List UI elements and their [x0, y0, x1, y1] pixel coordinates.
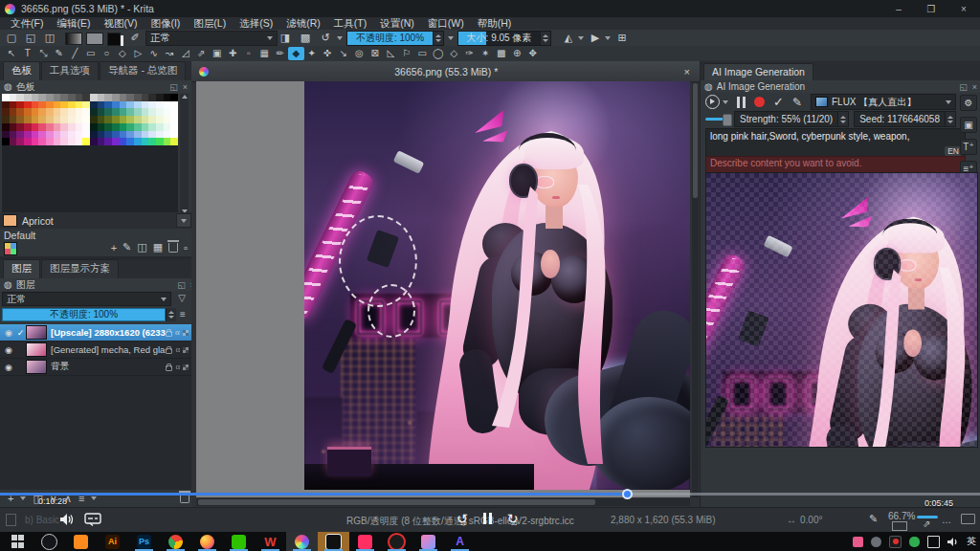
swatch-6-13[interactable]	[98, 138, 105, 145]
taskbar-app-photo-app[interactable]	[412, 532, 444, 551]
taskbar-app-krita[interactable]	[286, 532, 318, 551]
tool-26[interactable]: ▭	[414, 47, 431, 60]
menu-item-10[interactable]: 帮助(H)	[471, 17, 519, 30]
swatch-6-20[interactable]	[148, 138, 156, 145]
swatch-4-11[interactable]	[82, 123, 90, 131]
swatch-1-14[interactable]	[104, 101, 112, 109]
scroll-up-icon[interactable]	[182, 95, 188, 99]
swatch-5-2[interactable]	[16, 131, 24, 139]
swatch-0-4[interactable]	[32, 94, 39, 101]
overflow-menu-icon[interactable]: …	[942, 515, 951, 525]
swatch-2-8[interactable]	[60, 108, 68, 116]
more-button[interactable]: ▫	[184, 242, 188, 253]
tool-20[interactable]: ✜	[320, 47, 336, 60]
tool-6[interactable]: ○	[99, 47, 115, 60]
swatch-2-4[interactable]	[32, 108, 39, 116]
swatch-4-2[interactable]	[16, 123, 24, 131]
swatch-2-6[interactable]	[46, 108, 54, 116]
chevron-down-icon[interactable]	[605, 36, 611, 40]
menu-item-7[interactable]: 工具(T)	[327, 17, 373, 30]
layer-visibility-icon[interactable]: ◉	[2, 345, 15, 355]
swatch-2-17[interactable]	[126, 108, 134, 116]
tool-2[interactable]: ⤡	[35, 47, 52, 60]
swatch-0-23[interactable]	[170, 94, 178, 101]
tool-25[interactable]: ⚐	[399, 47, 415, 60]
layer-filter-icon[interactable]: ▽	[174, 292, 189, 306]
swatch-1-12[interactable]	[90, 101, 98, 109]
video-pause-button[interactable]	[483, 513, 492, 524]
swatch-2-13[interactable]	[98, 108, 105, 116]
swatch-2-22[interactable]	[164, 108, 171, 116]
tab-layers-dock-0[interactable]: 图层	[3, 259, 40, 278]
expand-arrows-icon[interactable]: ⇗	[923, 518, 930, 529]
menu-item-5[interactable]: 选择(S)	[233, 17, 279, 30]
opacity-slider[interactable]: 不透明度: 100%	[346, 31, 444, 46]
tray-pink-app-icon[interactable]	[853, 537, 863, 547]
tool-30[interactable]: ✶	[478, 47, 494, 60]
swatch-1-1[interactable]	[10, 101, 17, 109]
swatch-0-15[interactable]	[112, 94, 120, 101]
tool-17[interactable]: ✏	[273, 47, 289, 60]
swatch-4-18[interactable]	[134, 123, 142, 131]
brush-apply-button[interactable]: ✎	[792, 96, 802, 109]
swatch-5-12[interactable]	[90, 131, 98, 139]
swatch-1-8[interactable]	[60, 101, 68, 109]
tray-volume-icon[interactable]	[947, 537, 959, 547]
swatch-3-23[interactable]	[170, 116, 178, 123]
pen-pressure-icon[interactable]: ✎	[869, 513, 878, 525]
taskbar-app-chrome[interactable]	[160, 532, 191, 551]
swatch-4-21[interactable]	[156, 123, 164, 131]
tab-ai-image-generation[interactable]: AI Image Generation	[703, 63, 813, 80]
record-button[interactable]	[754, 97, 765, 107]
brush-size-spinner[interactable]	[540, 32, 550, 45]
menu-item-2[interactable]: 视图(V)	[97, 17, 144, 30]
swatch-2-9[interactable]	[68, 108, 76, 116]
tool-3[interactable]: ✎	[52, 47, 68, 60]
save-palette-button[interactable]: ◫	[137, 241, 146, 253]
swatch-5-23[interactable]	[170, 131, 178, 139]
taskbar-app-wechat[interactable]	[223, 532, 255, 551]
inherit-alpha-icon[interactable]	[183, 330, 189, 336]
swatch-6-17[interactable]	[126, 138, 134, 145]
swatch-1-21[interactable]	[156, 101, 164, 109]
minimize-button[interactable]: –	[882, 4, 915, 14]
swatch-0-22[interactable]	[164, 94, 171, 101]
swatch-0-0[interactable]	[2, 94, 10, 101]
tool-12[interactable]: ⇗	[193, 47, 210, 60]
tab-left-dock-1[interactable]: 工具选项	[41, 61, 99, 80]
swatch-1-0[interactable]	[2, 101, 10, 109]
swatch-2-19[interactable]	[142, 108, 149, 116]
tool-18-active[interactable]: ◆	[288, 47, 304, 60]
swatch-1-22[interactable]	[164, 101, 171, 109]
swatch-3-15[interactable]	[112, 116, 120, 123]
add-layer-dropdown-icon[interactable]	[20, 496, 26, 500]
swatch-6-22[interactable]	[164, 138, 171, 145]
layer-opacity-slider[interactable]: 不透明度: 100%	[2, 308, 166, 321]
swatch-2-23[interactable]	[170, 108, 178, 116]
tool-32[interactable]: ⊕	[509, 47, 525, 60]
save-document-icon[interactable]: ◫	[42, 31, 57, 45]
swatch-3-1[interactable]	[10, 116, 17, 123]
swatch-3-13[interactable]	[98, 116, 105, 123]
swatch-6-16[interactable]	[120, 138, 127, 145]
swatch-3-3[interactable]	[24, 116, 32, 123]
swatch-0-17[interactable]	[126, 94, 134, 101]
tool-10[interactable]: ↝	[162, 47, 178, 60]
tool-15[interactable]: ▫	[241, 47, 257, 60]
palette-collection-icon[interactable]	[4, 242, 17, 255]
alpha-lock-icon[interactable]: α	[175, 363, 180, 371]
swatch-3-9[interactable]	[68, 116, 76, 123]
swatch-5-10[interactable]	[76, 131, 83, 139]
swatch-1-2[interactable]	[16, 101, 24, 109]
tool-9[interactable]: ∿	[146, 47, 163, 60]
alpha-lock-icon[interactable]: α	[175, 328, 180, 337]
swatch-2-3[interactable]	[24, 108, 32, 116]
swatch-1-19[interactable]	[142, 101, 149, 109]
swatch-3-17[interactable]	[126, 116, 134, 123]
volume-icon[interactable]	[59, 513, 75, 526]
tool-33[interactable]: ✥	[525, 47, 542, 60]
swatch-5-7[interactable]	[54, 131, 61, 139]
swatch-4-13[interactable]	[98, 123, 105, 131]
tool-5[interactable]: ▭	[83, 47, 100, 60]
swatch-0-21[interactable]	[156, 94, 164, 101]
